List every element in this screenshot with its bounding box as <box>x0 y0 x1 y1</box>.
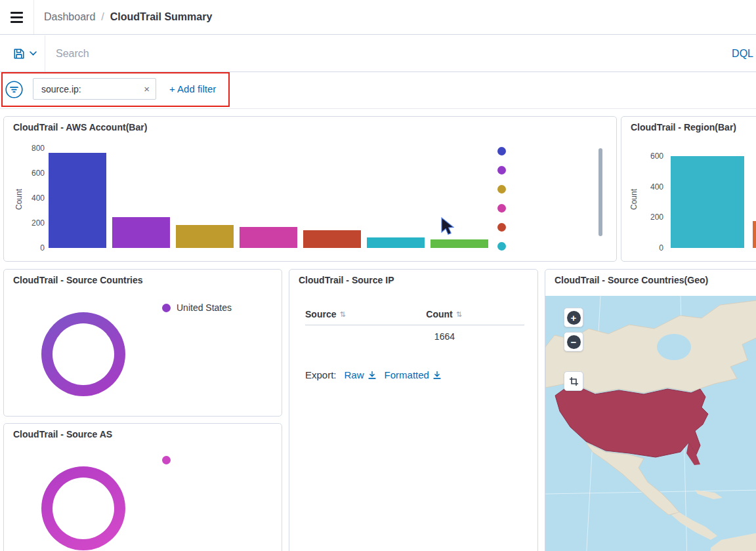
aws-account-bar-chart: Count 0200400600800 <box>4 117 616 261</box>
panel-title: CloudTrail - Source IP <box>299 275 394 285</box>
zoom-out-button[interactable]: − <box>564 332 583 352</box>
y-axis-tick-label: 600 <box>32 169 45 178</box>
donut-chart[interactable] <box>41 312 125 396</box>
column-header-count[interactable]: Count ⇅ <box>426 309 462 319</box>
united-states-shape <box>555 384 708 457</box>
opensearch-dashboard-app: Dashboard / CloudTrail Summary DQL <box>0 0 756 551</box>
bar[interactable] <box>671 156 744 248</box>
top-header: Dashboard / CloudTrail Summary <box>0 0 756 35</box>
query-bar: DQL <box>0 35 756 72</box>
region-bar-chart: Count 0200400600 <box>621 117 756 261</box>
query-language-button[interactable]: DQL <box>732 48 756 60</box>
panel-source-ip: CloudTrail - Source IP Source ⇅ Count ⇅ … <box>289 269 538 551</box>
sort-icon: ⇅ <box>339 310 345 319</box>
table-header-divider <box>305 325 524 325</box>
y-axis-tick-label: 200 <box>650 213 663 222</box>
hamburger-icon <box>10 12 23 23</box>
cuba-shape <box>695 490 723 499</box>
breadcrumb-dashboard[interactable]: Dashboard <box>44 11 95 23</box>
bar[interactable] <box>176 225 234 248</box>
export-row: Export: Raw Formatted <box>305 369 442 380</box>
legend-item-united-states[interactable]: United States <box>162 302 232 313</box>
download-icon <box>432 371 442 380</box>
legend-dot[interactable] <box>497 242 506 251</box>
hudson-bay <box>657 334 691 360</box>
crop-icon <box>569 377 579 386</box>
donut-hole <box>52 323 114 385</box>
filter-options-button[interactable] <box>5 81 23 101</box>
remove-filter-icon[interactable]: × <box>144 84 150 94</box>
y-axis-tick-label: 400 <box>32 194 45 203</box>
bars <box>49 143 488 248</box>
donut-hole <box>52 478 114 539</box>
download-icon <box>368 371 377 380</box>
panel-region-bar: CloudTrail - Region(Bar) Count 020040060… <box>621 116 756 262</box>
export-formatted-label: Formatted <box>385 369 429 380</box>
filter-circle-icon <box>5 81 23 98</box>
zoom-in-button[interactable]: + <box>564 308 583 327</box>
central-america-shape <box>671 512 717 540</box>
bar[interactable] <box>753 221 756 248</box>
add-filter-button[interactable]: + Add filter <box>169 83 216 94</box>
bar[interactable] <box>49 153 106 248</box>
legend-dots <box>497 147 506 251</box>
bar[interactable] <box>367 237 425 248</box>
sort-icon: ⇅ <box>456 310 462 319</box>
chevron-down-icon <box>30 51 37 56</box>
column-header-source[interactable]: Source ⇅ <box>305 309 346 319</box>
filter-bar: source.ip: × + Add filter <box>0 72 756 109</box>
bar[interactable] <box>240 227 297 248</box>
legend-dot[interactable] <box>497 185 506 194</box>
south-america-shape <box>709 532 756 551</box>
bar[interactable] <box>430 239 488 248</box>
y-axis: 0200400600 <box>621 148 663 248</box>
legend-scrollbar[interactable] <box>598 148 602 236</box>
legend-item[interactable] <box>162 456 171 464</box>
legend-dot[interactable] <box>497 147 506 155</box>
filter-pill-source-ip[interactable]: source.ip: × <box>33 78 156 100</box>
column-header-label: Count <box>426 309 452 319</box>
y-axis: 0200400600800 <box>4 148 45 248</box>
donut-chart[interactable] <box>41 466 125 550</box>
legend-dot <box>162 304 171 312</box>
panel-title: CloudTrail - Source AS <box>13 429 112 439</box>
zoom-in-icon: + <box>567 311 581 325</box>
save-icon <box>13 48 25 60</box>
y-axis-tick-label: 0 <box>40 243 45 253</box>
column-header-label: Source <box>305 309 336 319</box>
y-axis-tick-label: 800 <box>32 144 45 153</box>
box-select-button[interactable] <box>564 371 583 391</box>
legend-dot[interactable] <box>497 204 506 213</box>
saved-query-menu-button[interactable] <box>0 35 45 71</box>
breadcrumb-current-page: CloudTrail Summary <box>110 11 213 23</box>
zoom-out-icon: − <box>567 335 581 349</box>
panel-aws-account-bar: CloudTrail - AWS Account(Bar) Count 0200… <box>3 116 617 262</box>
y-axis-tick-label: 0 <box>659 243 663 253</box>
legend-dot <box>162 456 171 464</box>
panel-source-countries-geo: CloudTrail - Source Countries(Geo) + <box>545 269 756 551</box>
y-axis-tick-label: 200 <box>32 218 45 228</box>
legend-label: United States <box>177 302 232 313</box>
map-controls: + − <box>564 308 583 391</box>
filter-pill-label: source.ip: <box>41 84 81 94</box>
y-axis-tick-label: 400 <box>650 182 663 192</box>
panel-title: CloudTrail - Source Countries <box>13 275 143 285</box>
bar[interactable] <box>303 230 361 248</box>
menu-button[interactable] <box>0 0 34 34</box>
panel-source-as: CloudTrail - Source AS <box>3 423 282 551</box>
breadcrumb-separator: / <box>101 11 104 23</box>
legend-dot[interactable] <box>497 223 506 232</box>
export-formatted-link[interactable]: Formatted <box>385 369 442 380</box>
legend-dot[interactable] <box>497 166 506 174</box>
panel-title: CloudTrail - Source Countries(Geo) <box>555 275 708 285</box>
search-input[interactable] <box>45 35 732 71</box>
bars <box>671 143 756 248</box>
export-raw-link[interactable]: Raw <box>345 369 377 380</box>
export-label: Export: <box>305 369 337 380</box>
export-raw-label: Raw <box>345 369 364 380</box>
table-cell-count: 1664 <box>434 331 455 342</box>
breadcrumb: Dashboard / CloudTrail Summary <box>44 11 212 23</box>
panel-source-countries: CloudTrail - Source Countries United Sta… <box>3 269 282 417</box>
bar[interactable] <box>112 217 170 249</box>
y-axis-tick-label: 600 <box>650 152 663 161</box>
